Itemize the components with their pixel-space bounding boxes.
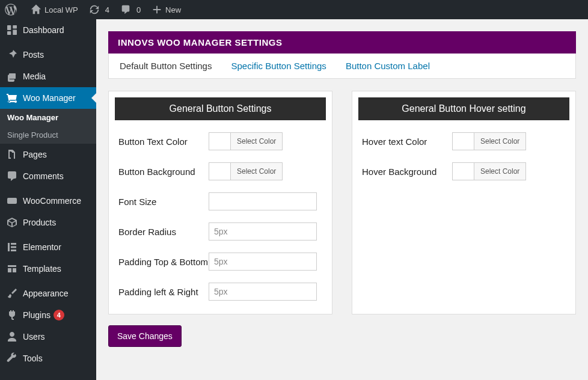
color-swatch-hover-text[interactable] xyxy=(452,132,474,150)
plug-icon xyxy=(6,309,18,321)
select-color-button[interactable]: Select Color xyxy=(230,162,283,180)
sidebar-item-elementor[interactable]: Elementor xyxy=(0,236,96,258)
svg-rect-1 xyxy=(8,243,10,251)
sidebar-item-templates[interactable]: Templates xyxy=(0,258,96,280)
sidebar-item-label: Dashboard xyxy=(23,25,64,35)
font-size-input[interactable] xyxy=(209,192,317,210)
color-swatch-text[interactable] xyxy=(209,132,230,150)
sidebar-item-woo-manager[interactable]: Woo Manager xyxy=(0,87,96,109)
sidebar-item-label: Media xyxy=(23,72,46,81)
wp-logo[interactable] xyxy=(5,4,20,16)
sidebar-item-label: Posts xyxy=(23,50,44,60)
admin-sidebar: Dashboard Posts Media Woo Manager Woo Ma… xyxy=(0,19,96,380)
sidebar-item-label: Plugins xyxy=(23,310,51,320)
refresh-icon xyxy=(89,4,100,15)
sidebar-item-label: Woo Manager xyxy=(23,93,76,103)
sidebar-sub-single-product[interactable]: Single Product xyxy=(0,126,96,144)
sidebar-item-label: Users xyxy=(23,332,45,342)
sidebar-item-label: Comments xyxy=(23,171,64,181)
svg-rect-0 xyxy=(7,198,17,204)
tab-specific[interactable]: Specific Button Settings xyxy=(231,61,326,71)
sidebar-item-label: Pages xyxy=(23,150,47,159)
sidebar-item-appearance[interactable]: Appearance xyxy=(0,283,96,304)
updates-count: 4 xyxy=(105,5,109,14)
sidebar-item-users[interactable]: Users xyxy=(0,326,96,348)
sidebar-item-label: Products xyxy=(23,218,56,227)
color-swatch-hover-bg[interactable] xyxy=(452,162,474,180)
svg-rect-4 xyxy=(11,250,16,251)
admin-bar: Local WP 4 0 New xyxy=(0,0,588,19)
tab-default[interactable]: Default Button Settings xyxy=(120,61,212,71)
panel-heading: General Button Hover setting xyxy=(358,97,569,120)
svg-rect-3 xyxy=(11,247,16,248)
woocommerce-icon xyxy=(6,195,18,207)
new-label: New xyxy=(165,5,181,14)
box-icon xyxy=(6,216,18,228)
field-label-hover-text: Hover text Color xyxy=(362,136,452,147)
save-button[interactable]: Save Changes xyxy=(108,325,182,347)
field-label-text-color: Button Text Color xyxy=(118,136,209,147)
field-label-hover-bg: Hover Background xyxy=(362,167,452,177)
new-content-link[interactable]: New xyxy=(152,4,181,15)
wordpress-icon xyxy=(5,4,17,16)
padding-lr-input[interactable] xyxy=(209,283,317,301)
user-icon xyxy=(6,331,18,343)
select-color-button[interactable]: Select Color xyxy=(474,162,526,180)
media-icon xyxy=(6,70,18,82)
sidebar-item-posts[interactable]: Posts xyxy=(0,44,96,66)
field-label-padding-tb: Padding Top & Bottom xyxy=(118,257,209,267)
border-radius-input[interactable] xyxy=(209,222,317,241)
sidebar-submenu: Woo Manager Single Product xyxy=(0,109,96,144)
sidebar-item-label: Templates xyxy=(23,264,61,274)
comments-count: 0 xyxy=(136,5,141,14)
page-title: INNOVS WOO MANAGER SETTINGS xyxy=(108,31,576,54)
tabs: Default Button Settings Specific Button … xyxy=(108,54,576,79)
wrench-icon xyxy=(6,352,18,364)
templates-icon xyxy=(6,263,18,275)
sidebar-item-pages[interactable]: Pages xyxy=(0,144,96,165)
site-name: Local WP xyxy=(44,5,78,14)
elementor-icon xyxy=(6,241,18,253)
tab-custom-label[interactable]: Button Custom Label xyxy=(346,61,430,71)
panel-hover-button: General Button Hover setting Hover text … xyxy=(352,91,576,314)
svg-rect-2 xyxy=(11,243,16,245)
site-name-link[interactable]: Local WP xyxy=(31,4,78,15)
sidebar-item-plugins[interactable]: Plugins 4 xyxy=(0,304,96,326)
sidebar-sub-woo-manager[interactable]: Woo Manager xyxy=(0,109,96,126)
panel-general-button: General Button Settings Button Text Colo… xyxy=(108,91,332,314)
plus-icon xyxy=(152,4,162,15)
sidebar-item-dashboard[interactable]: Dashboard xyxy=(0,19,96,41)
sidebar-item-media[interactable]: Media xyxy=(0,66,96,87)
sidebar-item-woocommerce[interactable]: WooCommerce xyxy=(0,190,96,212)
sidebar-item-label: Tools xyxy=(23,354,43,363)
pin-icon xyxy=(6,49,18,61)
dashboard-icon xyxy=(6,24,18,36)
select-color-button[interactable]: Select Color xyxy=(474,132,526,150)
sidebar-item-label: WooCommerce xyxy=(23,196,81,206)
sidebar-item-comments[interactable]: Comments xyxy=(0,165,96,187)
sidebar-item-products[interactable]: Products xyxy=(0,212,96,233)
home-icon xyxy=(31,4,41,15)
panel-heading: General Button Settings xyxy=(115,97,326,120)
comments-link[interactable]: 0 xyxy=(120,4,141,15)
field-label-font-size: Font Size xyxy=(118,197,209,207)
field-label-border-radius: Border Radius xyxy=(118,227,209,237)
field-label-background: Button Background xyxy=(118,167,209,177)
sidebar-item-tools[interactable]: Tools xyxy=(0,348,96,369)
field-label-padding-lr: Padding left & Right xyxy=(118,287,209,297)
select-color-button[interactable]: Select Color xyxy=(230,132,283,150)
plugins-update-badge: 4 xyxy=(54,310,64,320)
cart-icon xyxy=(6,92,18,104)
main-content: INNOVS WOO MANAGER SETTINGS Default Butt… xyxy=(96,19,588,380)
comment-icon xyxy=(120,4,131,15)
sidebar-item-label: Appearance xyxy=(23,289,69,298)
brush-icon xyxy=(6,287,18,299)
color-swatch-bg[interactable] xyxy=(209,162,230,180)
sidebar-item-label: Elementor xyxy=(23,242,61,252)
updates-link[interactable]: 4 xyxy=(89,4,109,15)
pages-icon xyxy=(6,149,18,161)
comment-icon xyxy=(6,170,18,182)
padding-tb-input[interactable] xyxy=(209,253,317,271)
